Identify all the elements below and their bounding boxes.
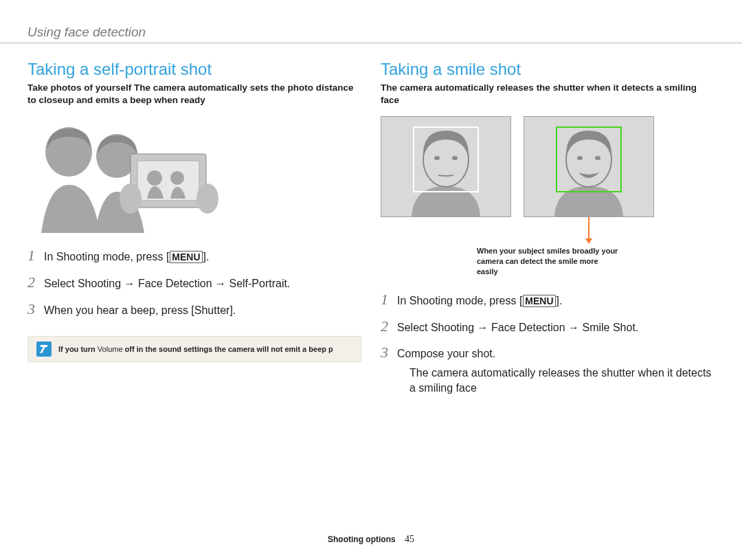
face-neutral-box: [381, 116, 511, 217]
note-text: If you turn Volume off in the sound sett…: [58, 345, 333, 353]
smile-caption: When your subject smiles broadly your ca…: [477, 246, 621, 277]
step-1: 1 In Shooting mode, press [MENU].: [381, 289, 715, 310]
svg-point-7: [196, 183, 218, 214]
step-number: 1: [27, 245, 44, 266]
smile-illustrations: [381, 116, 715, 217]
step-1-pre: In Shooting mode, press [: [44, 251, 169, 262]
step-number: 3: [27, 299, 44, 320]
steps-self-portrait: 1 In Shooting mode, press [MENU]. 2 Sele…: [27, 245, 361, 319]
step-number: 1: [381, 289, 397, 310]
breadcrumb: Using face detection: [0, 25, 742, 43]
step-3: 3 When you hear a beep, press [Shutter].: [27, 299, 361, 320]
intro-smile-shot: The camera automatically releases the sh…: [381, 82, 715, 107]
note-pre: If you turn: [58, 345, 95, 353]
menu-label: MENU: [523, 295, 555, 307]
step-1: 1 In Shooting mode, press [MENU].: [27, 245, 361, 266]
step-2-text: Select Shooting → Face Detection → Self-…: [44, 276, 361, 291]
page-content: Taking a self-portrait shot Take photos …: [0, 43, 742, 407]
step-3-text: Compose your shot.: [397, 348, 495, 359]
step-2: 2 Select Shooting → Face Detection → Sel…: [27, 272, 361, 293]
page-number: 45: [405, 534, 414, 544]
step-1-post: ].: [203, 251, 210, 262]
svg-point-4: [147, 170, 162, 186]
heading-smile-shot: Taking a smile shot: [381, 60, 715, 79]
svg-point-6: [120, 183, 142, 214]
step-2: 2 Select Shooting → Face Detection → Smi…: [381, 316, 715, 337]
face-smile-box: [524, 116, 654, 217]
step-1-post: ].: [556, 295, 563, 306]
step-3: 3 Compose your shot. The camera automati…: [381, 342, 715, 401]
note-box: If you turn Volume off in the sound sett…: [27, 336, 361, 362]
step-3-text: When you hear a beep, press [Shutter].: [44, 303, 361, 318]
smile-detect-rect: [556, 126, 622, 192]
note-post: off in the sound settings the camera wil…: [125, 345, 333, 353]
intro-self-portrait: Take photos of yourself The camera autom…: [27, 82, 361, 107]
step-2-text: Select Shooting → Face Detection → Smile…: [397, 320, 715, 335]
footer: Shooting options 45: [0, 534, 742, 545]
step-1-pre: In Shooting mode, press [: [397, 295, 522, 306]
svg-point-5: [170, 171, 184, 185]
step-number: 2: [27, 272, 44, 293]
steps-smile-shot: 1 In Shooting mode, press [MENU]. 2 Sele…: [381, 289, 715, 401]
step-number: 2: [381, 316, 397, 337]
note-icon: [36, 341, 52, 357]
left-column: Taking a self-portrait shot Take photos …: [27, 54, 361, 407]
right-column: Taking a smile shot The camera automatic…: [381, 54, 715, 407]
bullet-auto-release: The camera automatically releases the sh…: [409, 366, 715, 395]
self-portrait-illustration: [27, 116, 240, 233]
note-mid: Volume: [95, 345, 125, 353]
self-portrait-svg: [27, 116, 240, 233]
menu-label: MENU: [170, 251, 202, 263]
step-number: 3: [381, 342, 397, 363]
arrow-down: [588, 217, 589, 242]
svg-rect-3: [137, 161, 199, 201]
face-detect-rect: [413, 126, 479, 192]
heading-self-portrait: Taking a self-portrait shot: [27, 60, 361, 79]
footer-section: Shooting options: [328, 535, 396, 544]
